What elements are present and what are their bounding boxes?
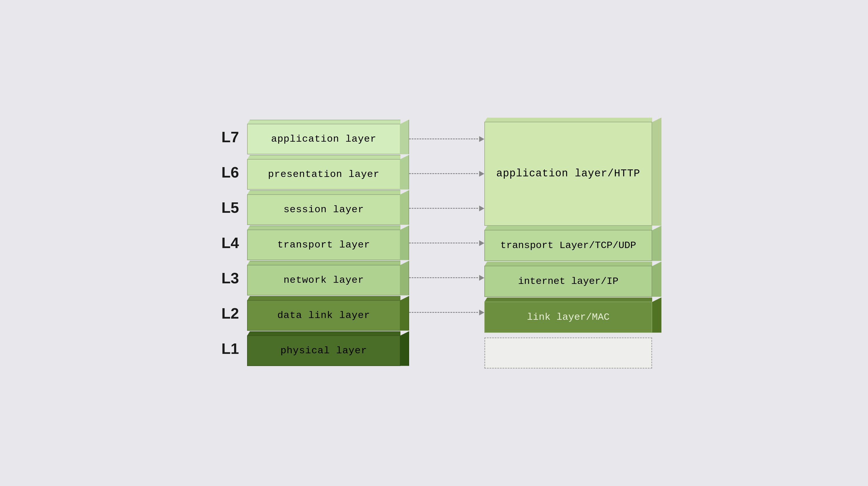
dashed-arrow-l3 (409, 275, 484, 281)
dashed-line-l4 (409, 242, 478, 244)
layer-block-l6: presentation layer (247, 155, 409, 190)
right-block-transport: transport Layer/TCP/UDP (484, 226, 661, 261)
layer-label-l1: L1 (207, 340, 247, 357)
right-transport-front: transport Layer/TCP/UDP (484, 230, 652, 261)
layer-label-l7: L7 (207, 128, 247, 146)
dashed-arrow-l6 (409, 171, 484, 176)
layer-row-l4: L4 transport layer (207, 226, 409, 260)
layer-front-l3: network layer (247, 265, 400, 295)
dashed-arrow-l4 (409, 240, 484, 246)
layer-front-l5: session layer (247, 194, 400, 225)
layer-label-l3: L3 (207, 269, 247, 287)
layer-side-l1 (400, 331, 409, 366)
arrow-head-l5 (479, 205, 484, 212)
right-empty-front (484, 337, 652, 368)
arrow-l5 (409, 191, 484, 226)
right-block-internet: internet layer/IP (484, 262, 661, 297)
layer-front-l7: application layer (247, 124, 400, 154)
dashed-line-l3 (409, 277, 478, 278)
right-transport-side (652, 226, 661, 261)
dashed-arrow-l7 (409, 136, 484, 142)
layer-side-l3 (400, 261, 409, 295)
dashed-line-l2 (409, 312, 478, 313)
layer-row-l2: L2 data link layer (207, 296, 409, 331)
layer-block-l1: physical layer (247, 331, 409, 366)
layer-row-l6: L6 presentation layer (207, 155, 409, 190)
layer-label-l4: L4 (207, 234, 247, 252)
dashed-arrow-l5 (409, 205, 484, 212)
right-block-link: link layer/MAC (484, 297, 661, 333)
layer-front-l1: physical layer (247, 335, 400, 366)
dashed-line-l5 (409, 208, 478, 209)
layer-row-l3: L3 network layer (207, 261, 409, 295)
right-tcp-stack: application layer/HTTP transport Layer/T… (484, 118, 661, 368)
arrow-l1-empty (409, 330, 484, 364)
layer-row-l5: L5 session layer (207, 190, 409, 225)
layer-front-l4: transport layer (247, 230, 400, 260)
layer-label-l6: L6 (207, 164, 247, 181)
layer-block-l7: application layer (247, 120, 409, 154)
layer-side-l5 (400, 190, 409, 225)
layer-front-l2: data link layer (247, 300, 400, 331)
arrow-head-l4 (479, 240, 484, 246)
arrow-head-l6 (479, 171, 484, 176)
right-app-side (652, 118, 661, 226)
layer-label-l2: L2 (207, 305, 247, 322)
osi-diagram: L7 application layer L6 presentation lay… (207, 118, 661, 368)
right-app-front: application layer/HTTP (484, 122, 652, 226)
arrow-head-l3 (479, 275, 484, 281)
right-block-app: application layer/HTTP (484, 118, 661, 226)
arrow-l2 (409, 295, 484, 330)
left-osi-stack: L7 application layer L6 presentation lay… (207, 120, 409, 366)
layer-front-l6: presentation layer (247, 159, 400, 190)
arrow-l7 (409, 122, 484, 156)
layer-side-l7 (400, 120, 409, 154)
arrows-column (409, 122, 484, 364)
layer-side-l4 (400, 226, 409, 260)
layer-block-l2: data link layer (247, 296, 409, 331)
layer-block-l3: network layer (247, 261, 409, 295)
layer-block-l5: session layer (247, 190, 409, 225)
layer-row-l1: L1 physical layer (207, 331, 409, 366)
layer-side-l6 (400, 155, 409, 190)
right-internet-side (652, 262, 661, 297)
layer-label-l5: L5 (207, 199, 247, 216)
dashed-arrow-l2 (409, 310, 484, 316)
right-link-side (652, 297, 661, 333)
arrow-l3 (409, 260, 484, 295)
right-link-front: link layer/MAC (484, 301, 652, 333)
dashed-line-l7 (409, 138, 478, 139)
arrow-head-l7 (479, 136, 484, 142)
arrow-l4 (409, 226, 484, 260)
arrow-head-l2 (479, 310, 484, 316)
layer-block-l4: transport layer (247, 226, 409, 260)
layer-row-l7: L7 application layer (207, 120, 409, 154)
arrow-l6 (409, 156, 484, 191)
right-internet-front: internet layer/IP (484, 266, 652, 297)
layer-side-l2 (400, 296, 409, 331)
dashed-line-l6 (409, 173, 478, 174)
right-block-empty (484, 333, 661, 368)
